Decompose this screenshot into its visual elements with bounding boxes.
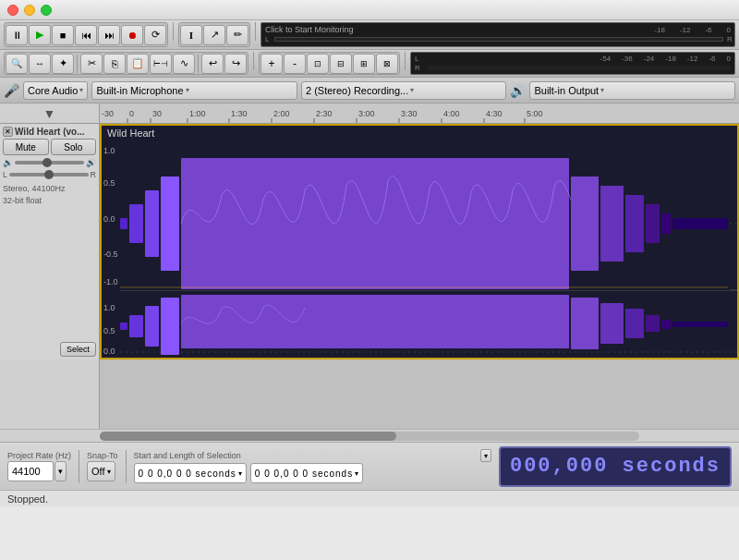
status-text: Stopped. — [7, 493, 48, 505]
fit-view-button[interactable]: ⊟ — [330, 54, 352, 74]
meter-scale-l: L — [415, 55, 420, 63]
zoom-tool-button[interactable]: 🔍 — [6, 54, 28, 74]
forward-button[interactable]: ⏭ — [98, 25, 120, 45]
draw-tool-button[interactable]: ✏ — [226, 25, 248, 45]
zoom-sel-button[interactable]: ⊞ — [353, 54, 375, 74]
speaker-icon: 🔊 — [510, 83, 526, 98]
fit-project-button[interactable]: ⊡ — [307, 54, 329, 74]
sep-edit — [198, 55, 199, 73]
svg-rect-51 — [145, 306, 159, 347]
gain-thumb[interactable] — [42, 158, 52, 167]
svg-rect-53 — [181, 295, 569, 348]
svg-text:1:00: 1:00 — [189, 109, 206, 118]
pan-r-label: R — [91, 170, 97, 179]
loop-button[interactable]: ⟳ — [144, 25, 166, 45]
input-device-select[interactable]: Built-in Microphone ▾ — [91, 81, 297, 100]
redo-button[interactable]: ↪ — [224, 54, 247, 74]
svg-rect-58 — [661, 320, 671, 329]
timeline-ruler: ▼ -30 0 30 1:00 1:30 2:00 2:30 3:00 3:30… — [0, 103, 739, 124]
channels-select[interactable]: 2 (Stereo) Recording... ▾ — [301, 81, 507, 100]
svg-text:-1.0: -1.0 — [103, 277, 118, 286]
separator-bottom1 — [79, 450, 79, 483]
selection-start-input[interactable]: 0 0 0,0 0 0 seconds ▾ — [134, 463, 247, 483]
record-button[interactable]: ⏺ — [121, 25, 143, 45]
output-device-select[interactable]: Built-in Output ▾ — [529, 81, 735, 100]
r-label: R — [727, 35, 731, 43]
track-controls: ✕ Wild Heart (vo... Mute Solo 🔉 🔊 L R St… — [0, 124, 100, 359]
mute-button[interactable]: Mute — [3, 139, 49, 155]
svg-text:30: 30 — [152, 109, 162, 118]
svg-text:2:30: 2:30 — [316, 109, 333, 118]
undo-button[interactable]: ↩ — [201, 54, 224, 74]
time-display-text: 000,000 seconds — [510, 455, 721, 478]
pause-icon: ⏸ — [12, 30, 22, 41]
gain-slider[interactable] — [15, 161, 84, 164]
pan-slider[interactable] — [9, 173, 88, 177]
close-button[interactable] — [7, 5, 18, 16]
svg-rect-56 — [625, 309, 644, 338]
gain-icon: 🔉 — [3, 158, 13, 167]
selection-group: Start and Length of Selection ▾ 0 0 0,0 … — [134, 449, 491, 483]
collapse-icon[interactable]: ▼ — [43, 106, 56, 121]
waveform-svg: 1.0 0.5 0.0 -0.5 -1.0 1.0 0.5 0.0 — [102, 126, 737, 358]
multi-tool-button[interactable]: ✦ — [52, 54, 74, 74]
zoom-in-button[interactable]: + — [260, 54, 283, 74]
snap-to-select[interactable]: Off ▾ — [87, 461, 115, 481]
waveform-display[interactable]: Wild Heart 1.0 0.5 0.0 -0.5 -1.0 1.0 0.5… — [100, 124, 739, 359]
project-rate-down-button[interactable]: ▾ — [55, 461, 67, 481]
timeshift-tool-button[interactable]: ↔ — [29, 54, 51, 74]
empty-track-area — [0, 359, 739, 429]
trim-button[interactable]: ⊢⊣ — [150, 54, 172, 74]
selection-length-input[interactable]: 0 0 0,0 0 0 seconds ▾ — [250, 463, 363, 483]
svg-rect-49 — [120, 323, 127, 330]
rewind-button[interactable]: ⏮ — [75, 25, 97, 45]
svg-text:4:30: 4:30 — [486, 109, 503, 118]
select-tool-button[interactable]: I — [180, 25, 202, 45]
paste-button[interactable]: 📋 — [127, 54, 149, 74]
svg-rect-59 — [672, 322, 728, 327]
zoom-norm-button[interactable]: ⊠ — [376, 54, 398, 74]
maximize-button[interactable] — [41, 5, 52, 16]
copy-button[interactable]: ⎘ — [103, 54, 126, 74]
audio-system-arrow: ▾ — [79, 86, 83, 94]
svg-rect-42 — [600, 186, 624, 262]
silence-button[interactable]: ∿ — [173, 54, 195, 74]
selection-label: Start and Length of Selection — [134, 451, 241, 460]
cut-button[interactable]: ✂ — [80, 54, 103, 74]
stop-button[interactable]: ■ — [52, 25, 74, 45]
track-info: Stereo, 44100Hz32-bit float — [3, 183, 96, 206]
audio-system-select[interactable]: Core Audio ▾ — [23, 81, 88, 100]
select-button[interactable]: Select — [60, 342, 96, 357]
sep-tools — [77, 55, 78, 73]
output-device-arrow: ▾ — [600, 86, 604, 94]
pause-button[interactable]: ⏸ — [6, 25, 28, 45]
track-close-button[interactable]: ✕ — [3, 127, 13, 137]
snap-to-group: Snap-To Off ▾ — [87, 451, 118, 481]
svg-text:-30: -30 — [102, 109, 114, 118]
scrollbar-track — [100, 432, 639, 441]
selection-type-button[interactable]: ▾ — [480, 449, 491, 462]
traffic-lights — [7, 5, 52, 16]
svg-rect-36 — [120, 218, 127, 229]
minimize-button[interactable] — [24, 5, 35, 16]
pan-thumb[interactable] — [44, 170, 54, 179]
gain-right-icon: 🔊 — [86, 158, 96, 167]
track-name: Wild Heart (vo... — [15, 127, 96, 137]
envelope-tool-button[interactable]: ↗ — [203, 25, 225, 45]
play-button[interactable]: ▶ — [29, 25, 51, 45]
time-display: 000,000 seconds — [499, 446, 732, 487]
solo-button[interactable]: Solo — [51, 139, 97, 155]
svg-text:0: 0 — [129, 109, 134, 118]
title-bar — [0, 0, 739, 20]
scrollbar-thumb[interactable] — [100, 432, 396, 441]
device-toolbar: 🎤 Core Audio ▾ Built-in Microphone ▾ 2 (… — [0, 78, 739, 103]
svg-text:1:30: 1:30 — [231, 109, 248, 118]
svg-text:0.5: 0.5 — [103, 178, 115, 188]
monitor-click-label[interactable]: Click to Start Monitoring — [265, 25, 354, 34]
zoom-out-button[interactable]: - — [284, 54, 306, 74]
sep4 — [405, 52, 406, 70]
project-rate-input[interactable]: 44100 — [7, 461, 54, 481]
svg-rect-46 — [672, 218, 728, 229]
separator2 — [255, 22, 256, 41]
input-device-arrow: ▾ — [186, 86, 189, 94]
